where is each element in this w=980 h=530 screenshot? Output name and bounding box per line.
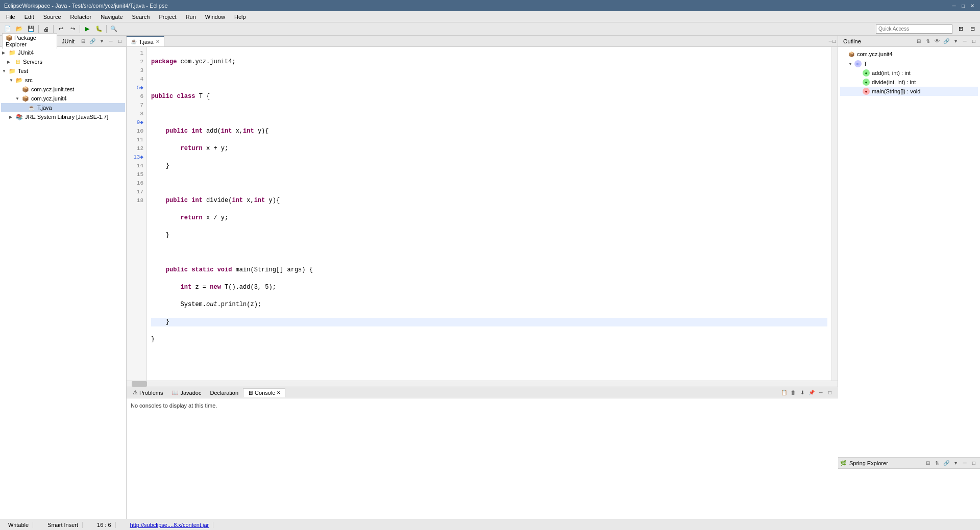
close-button[interactable]: ✕	[969, 2, 976, 9]
line-4: 4	[127, 75, 146, 84]
code-line-13: public static void main(String[] args) {	[151, 266, 827, 274]
spring-collapse-icon[interactable]: ⊟	[924, 459, 932, 467]
minimize-panel-icon[interactable]: ─	[107, 37, 115, 45]
spring-link-icon[interactable]: 🔗	[942, 459, 950, 467]
menu-edit[interactable]: Edit	[20, 13, 38, 21]
tree-label-src: src	[25, 77, 33, 83]
outline-menu-icon[interactable]: ▾	[951, 37, 960, 45]
editor-tab-close[interactable]: ✕	[156, 39, 160, 44]
outline-collapse-icon[interactable]: ⊟	[915, 37, 923, 45]
tree-item-package1[interactable]: 📦 com.ycz.junit.test	[1, 85, 125, 94]
panel-menu-icon[interactable]: ▾	[97, 37, 106, 45]
tab-declaration[interactable]: Declaration	[206, 389, 243, 397]
right-panel: Outline ⊟ ⇅ 👁 🔗 ▾ ─ □ 📦 com.ycz.junit4	[838, 36, 980, 519]
bottom-minimize-icon[interactable]: ─	[817, 389, 825, 397]
line-16: 16	[127, 179, 146, 188]
maximize-panel-icon[interactable]: □	[116, 37, 124, 45]
toolbar-redo[interactable]: ↪	[67, 23, 78, 35]
problems-icon: ⚠	[133, 389, 138, 396]
menu-project[interactable]: Project	[155, 13, 180, 21]
tree-item-jre[interactable]: ▶ 📚 JRE System Library [JavaSE-1.7]	[1, 112, 125, 121]
minimize-button[interactable]: ─	[950, 2, 958, 9]
outline-link-icon[interactable]: 🔗	[942, 37, 950, 45]
tree-item-tjava[interactable]: ☕ T.java	[1, 103, 125, 112]
console-close-icon[interactable]: ✕	[277, 390, 281, 395]
outline-class[interactable]: ▼ C T	[840, 59, 978, 68]
status-link[interactable]: http://subclipse....8.x/content.jar	[126, 522, 214, 528]
tab-problems[interactable]: ⚠ Problems	[129, 388, 167, 397]
collapse-all-icon[interactable]: ⊟	[79, 37, 87, 45]
outline-hide-icon[interactable]: 👁	[933, 37, 941, 45]
title-bar: EclipseWorkspace - Java - Test/src/com/y…	[0, 0, 980, 11]
menu-window[interactable]: Window	[201, 13, 229, 21]
bottom-pin-icon[interactable]: 📌	[807, 389, 816, 397]
toolbar-perspective1[interactable]: ⊞	[955, 23, 966, 35]
outline-sort-icon[interactable]: ⇅	[924, 37, 932, 45]
tree-item-src[interactable]: ▼ 📂 src	[1, 75, 125, 85]
toolbar-perspective2[interactable]: ⊟	[967, 23, 978, 35]
spring-sort-icon[interactable]: ⇅	[933, 459, 941, 467]
spring-minimize-icon[interactable]: ─	[961, 459, 969, 467]
code-line-6: return x + y;	[151, 144, 827, 153]
menu-source[interactable]: Source	[39, 13, 65, 21]
outline-tab-label: Outline	[840, 37, 864, 45]
bottom-maximize-icon[interactable]: □	[826, 389, 834, 397]
package2-icon: 📦	[21, 94, 30, 103]
tab-problems-label: Problems	[139, 390, 163, 396]
outline-method-add-label: add(int, int) : int	[872, 70, 911, 76]
toolbar-search[interactable]: 🔍	[108, 23, 119, 35]
editor-tab-tjava[interactable]: ☕ T.java ✕	[127, 36, 164, 46]
jre-icon: 📚	[15, 113, 23, 121]
toolbar-sep3	[80, 25, 80, 33]
tree-item-test[interactable]: ▼ 📁 Test	[1, 66, 125, 75]
outline-maximize-icon[interactable]: □	[970, 37, 978, 45]
outline-method-main[interactable]: ● main(String[]) : void	[840, 87, 978, 96]
outline-minimize-icon[interactable]: ─	[961, 37, 969, 45]
horizontal-scrollbar[interactable]	[127, 381, 838, 387]
maximize-button[interactable]: □	[960, 2, 967, 9]
line-13[interactable]: 13◆	[127, 153, 146, 162]
tree-arrow: ▼	[9, 78, 15, 83]
status-writable: Writable	[4, 522, 33, 528]
vertical-scrollbar[interactable]	[831, 47, 838, 381]
line-9[interactable]: 9◆	[127, 118, 146, 127]
editor-maximize-icon[interactable]: □	[832, 38, 836, 44]
menu-file[interactable]: File	[2, 13, 19, 21]
tree-item-servers[interactable]: ▶ 🖥 Servers	[1, 57, 125, 66]
tab-console-label: Console	[255, 390, 275, 396]
toolbar: 📄 📂 💾 🖨 ↩ ↪ ▶ 🐛 🔍 ⊞ ⊟	[0, 22, 980, 36]
menu-search[interactable]: Search	[128, 13, 154, 21]
tree-item-junit4[interactable]: ▶ 📁 JUnit4	[1, 48, 125, 57]
tree-item-package2[interactable]: ▼ 📦 com.ycz.junit4	[1, 94, 125, 103]
toolbar-run[interactable]: ▶	[82, 23, 93, 35]
bottom-scroll-icon[interactable]: ⬇	[798, 389, 806, 397]
link-with-editor-icon[interactable]: 🔗	[88, 37, 96, 45]
tab-junit[interactable]: JUnit	[58, 37, 78, 46]
outline-method-divide[interactable]: ● divide(int, int) : int	[840, 78, 978, 87]
line-2: 2	[127, 58, 146, 66]
tab-javadoc[interactable]: 📖 Javadoc	[167, 388, 206, 397]
outline-method-main-label: main(String[]) : void	[872, 88, 920, 94]
quick-access-input[interactable]	[876, 24, 952, 34]
menu-navigate[interactable]: Navigate	[96, 13, 127, 21]
code-editor[interactable]: 1 2 3 4 5◆ 6 7 8 9◆ 10 11 12 13◆ 14	[127, 47, 838, 381]
menu-refactor[interactable]: Refactor	[66, 13, 96, 21]
editor-controls: ─ □	[829, 38, 838, 44]
spring-maximize-icon[interactable]: □	[970, 459, 978, 467]
toolbar-debug[interactable]: 🐛	[93, 23, 105, 35]
status-link-text[interactable]: http://subclipse....8.x/content.jar	[130, 522, 209, 528]
tab-console[interactable]: 🖥 Console ✕	[243, 388, 285, 397]
outline-method-add[interactable]: ● add(int, int) : int	[840, 68, 978, 78]
bottom-new-console-icon[interactable]: 📋	[780, 389, 788, 397]
method-icon-add: ●	[863, 69, 870, 77]
bottom-clear-icon[interactable]: 🗑	[789, 389, 797, 397]
menu-run[interactable]: Run	[182, 13, 200, 21]
line-5[interactable]: 5◆	[127, 84, 146, 92]
outline-package[interactable]: 📦 com.ycz.junit4	[840, 49, 978, 59]
tree-view: ▶ 📁 JUnit4 ▶ 🖥 Servers ▼ 📁 Test ▼ 📂 src	[0, 47, 126, 519]
menu-help[interactable]: Help	[230, 13, 250, 21]
editor-minimize-icon[interactable]: ─	[829, 38, 832, 44]
code-content[interactable]: package com.ycz.junit4; public class T {…	[147, 47, 831, 381]
spring-menu-icon[interactable]: ▾	[951, 459, 960, 467]
outline-content: 📦 com.ycz.junit4 ▼ C T ● add(int, int) :…	[838, 47, 980, 457]
